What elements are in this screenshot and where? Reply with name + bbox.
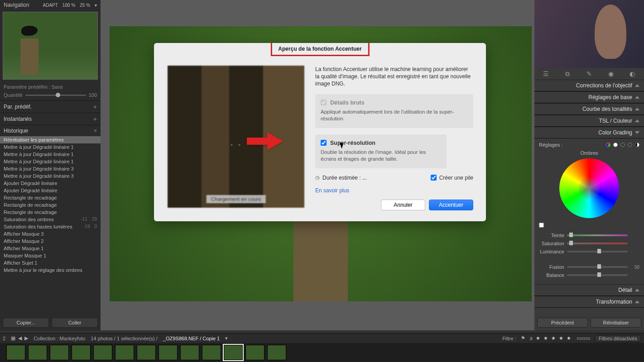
filmstrip-thumb[interactable] bbox=[224, 345, 243, 360]
basic-section[interactable]: Réglages de base bbox=[534, 91, 644, 103]
snapshots-section[interactable]: Instantanés + bbox=[0, 113, 101, 125]
strip-index[interactable]: 2 bbox=[3, 336, 5, 341]
history-item[interactable]: Afficher Masque 1 bbox=[0, 245, 101, 252]
filmstrip-thumb[interactable] bbox=[137, 345, 156, 360]
history-section[interactable]: Historique × bbox=[0, 125, 101, 136]
history-item[interactable]: Mettre à jour Dégradé linéaire 1 bbox=[0, 151, 101, 158]
filename-menu-icon[interactable]: ▾ bbox=[225, 335, 228, 341]
prev-photo-icon[interactable]: ◀ bbox=[18, 335, 22, 341]
copy-button[interactable]: Copier... bbox=[3, 318, 49, 328]
filmstrip-thumb[interactable] bbox=[245, 345, 264, 360]
mode-global-icon[interactable] bbox=[635, 143, 639, 147]
history-list[interactable]: Réinitialiser les paramètresMettre à jou… bbox=[0, 136, 101, 315]
filmstrip-thumb[interactable] bbox=[93, 345, 112, 360]
presets-section[interactable]: Par. prédéf. + bbox=[0, 100, 101, 113]
zoom-menu-icon[interactable]: ▾ bbox=[95, 3, 97, 8]
filmstrip-thumb[interactable] bbox=[159, 345, 178, 360]
filmstrip-thumb[interactable] bbox=[180, 345, 199, 360]
history-item[interactable]: Afficher Masque 3 bbox=[0, 230, 101, 238]
color-filter-icon[interactable]: ▭▭▭ bbox=[577, 335, 590, 341]
preset-value[interactable]: Sans bbox=[52, 84, 63, 90]
learn-more-link[interactable]: En savoir plus bbox=[315, 187, 349, 194]
filmstrip-thumb[interactable] bbox=[202, 345, 221, 360]
grading-mode-dots[interactable] bbox=[606, 143, 639, 147]
filmstrip-thumb[interactable] bbox=[115, 345, 134, 360]
grid-view-icon[interactable]: ▦ bbox=[11, 335, 15, 341]
heal-icon[interactable]: ✎ bbox=[584, 70, 594, 78]
color-grading-lock-checkbox[interactable] bbox=[539, 223, 544, 228]
history-item[interactable]: Ajouter Dégradé linéaire bbox=[0, 180, 101, 187]
crop-icon[interactable]: ⧉ bbox=[562, 70, 572, 78]
clear-history-icon[interactable]: × bbox=[94, 128, 97, 134]
reset-button[interactable]: Réinitialiser bbox=[591, 318, 641, 328]
filters-off-button[interactable]: Filtres désactivés bbox=[595, 335, 641, 342]
loading-label: Chargement en cours bbox=[207, 195, 266, 203]
history-item[interactable]: Mettre à jour Dégradé linéaire 1 bbox=[0, 158, 101, 165]
mode-shadows-icon[interactable] bbox=[613, 143, 618, 147]
detail-section[interactable]: Détail bbox=[534, 284, 644, 296]
adapt-label[interactable]: ADAPT bbox=[43, 3, 58, 8]
tool-icons: ☰ ⧉ ✎ ◉ ◐ bbox=[534, 68, 644, 80]
transform-section[interactable]: Transformation bbox=[534, 296, 644, 308]
history-item[interactable]: Mettre à jour Dégradé linéaire 1 bbox=[0, 143, 101, 151]
star-filter[interactable]: ≥ ★ ★ ★ ★ ★ bbox=[530, 335, 572, 341]
enhance-preview[interactable]: • • Chargement en cours bbox=[168, 66, 304, 208]
zoom-25[interactable]: 25 % bbox=[80, 3, 90, 8]
filmstrip-thumb[interactable] bbox=[6, 345, 25, 360]
history-item[interactable]: Ajouter Dégradé linéaire bbox=[0, 187, 101, 194]
history-item[interactable]: Mettre à jour le réglage des ombres bbox=[0, 267, 101, 274]
mode-all-icon[interactable] bbox=[606, 143, 610, 147]
preset-label: Paramètre prédéfini : bbox=[4, 84, 50, 90]
mode-high-icon[interactable] bbox=[628, 143, 632, 147]
saturation-slider[interactable]: Saturation bbox=[539, 241, 639, 246]
paste-button[interactable]: Coller bbox=[52, 318, 98, 328]
filmstrip-thumb[interactable] bbox=[267, 345, 286, 360]
history-item[interactable]: Rectangle de recadrage bbox=[0, 201, 101, 209]
previous-button[interactable]: Précédent bbox=[537, 318, 588, 328]
add-snapshot-icon[interactable]: + bbox=[93, 115, 97, 123]
dialog-title-highlight: Aperçu de la fonction Accentuer bbox=[270, 43, 369, 56]
color-wheel[interactable] bbox=[559, 158, 619, 218]
history-item[interactable]: Rectangle de recadrage bbox=[0, 194, 101, 201]
fusion-slider[interactable]: Fusion50 bbox=[539, 264, 639, 270]
next-photo-icon[interactable]: ▶ bbox=[24, 335, 28, 341]
filmstrip-thumb[interactable] bbox=[72, 345, 91, 360]
raw-details-sub: Appliqué automatiquement lors de l'utili… bbox=[321, 109, 468, 123]
history-item[interactable]: Rectangle de recadrage bbox=[0, 209, 101, 216]
history-item[interactable]: Réinitialiser les paramètres bbox=[0, 136, 101, 143]
color-grading-section[interactable]: Color Grading bbox=[534, 127, 644, 138]
add-preset-icon[interactable]: + bbox=[93, 103, 97, 110]
tone-curve-section[interactable]: Courbe des tonalités bbox=[534, 103, 644, 115]
teinte-slider[interactable]: Teinte bbox=[539, 233, 639, 238]
sliders-icon[interactable]: ☰ bbox=[541, 70, 551, 78]
zoom-100[interactable]: 100 % bbox=[62, 3, 75, 8]
create-stack-checkbox[interactable] bbox=[431, 175, 437, 181]
enhance-button[interactable]: Accentuer bbox=[429, 200, 473, 210]
quantity-track[interactable] bbox=[25, 95, 86, 96]
quantity-slider[interactable]: Quantité 100 bbox=[0, 91, 101, 100]
history-item[interactable]: Mettre à jour Dégradé linéaire 3 bbox=[0, 165, 101, 172]
luminance-slider[interactable]: Luminance bbox=[539, 249, 639, 254]
history-item[interactable]: Masquer Masque 1 bbox=[0, 252, 101, 259]
navigator-thumbnail[interactable] bbox=[3, 12, 98, 80]
history-item[interactable]: Saturation des hautes lumières-190 bbox=[0, 223, 101, 230]
tsl-section[interactable]: TSL / Couleur bbox=[534, 115, 644, 127]
balance-slider[interactable]: Balance bbox=[539, 272, 639, 278]
lens-corrections-section[interactable]: Corrections de l'objectif bbox=[534, 80, 644, 91]
filename-label[interactable]: _OZ9S868.NEF / Copie 1 bbox=[163, 336, 220, 341]
history-item[interactable]: Afficher Masque 2 bbox=[0, 238, 101, 245]
super-resolution-checkbox[interactable] bbox=[321, 140, 327, 146]
mask-icon[interactable]: ◐ bbox=[627, 70, 637, 78]
flag-filter-icon[interactable]: ⚑ bbox=[521, 335, 525, 341]
filmstrip-thumb[interactable] bbox=[28, 345, 47, 360]
filmstrip-thumb[interactable] bbox=[50, 345, 69, 360]
history-item[interactable]: Afficher Sujet 1 bbox=[0, 259, 101, 267]
collection-label[interactable]: Collection : Mankeyfoto bbox=[34, 336, 85, 341]
history-item[interactable]: Mettre à jour Dégradé linéaire 3 bbox=[0, 172, 101, 180]
zoom-levels[interactable]: ADAPT 100 % 25 % ▾ bbox=[43, 3, 97, 8]
history-item[interactable]: Saturation des ombres-1129 bbox=[0, 216, 101, 223]
mode-mid-icon[interactable] bbox=[620, 143, 625, 147]
filmstrip[interactable] bbox=[0, 343, 644, 362]
eye-icon[interactable]: ◉ bbox=[606, 70, 616, 78]
cancel-button[interactable]: Annuler bbox=[381, 200, 425, 210]
